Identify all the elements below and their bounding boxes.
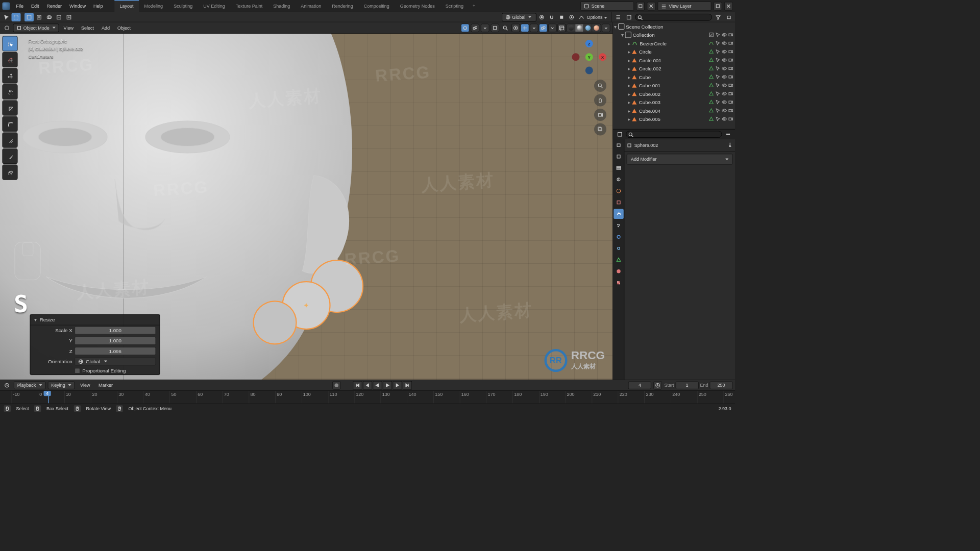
operator-redo-panel[interactable]: ▾ Resize Scale X 1.000 Y 1.000 Z 1.096 O… xyxy=(30,314,160,375)
eye-icon[interactable] xyxy=(722,83,727,88)
transform-orientation-dropdown[interactable]: Global xyxy=(502,13,536,21)
options-dropdown[interactable]: Options xyxy=(586,14,607,20)
prop-tab-material[interactable] xyxy=(614,266,624,277)
selectable-icon[interactable] xyxy=(715,58,721,63)
eye-icon[interactable] xyxy=(722,66,727,71)
tool-annotate[interactable] xyxy=(3,133,18,148)
prop-tab-texture[interactable] xyxy=(614,278,624,288)
properties-options[interactable] xyxy=(724,130,733,139)
pin-icon[interactable] xyxy=(727,142,733,147)
toggle-xray[interactable] xyxy=(557,23,566,32)
tool-select-box[interactable] xyxy=(3,36,18,52)
tree-row[interactable]: ▸Circle xyxy=(613,47,735,56)
prop-tab-scene[interactable] xyxy=(614,174,624,185)
prop-tab-render[interactable] xyxy=(614,140,624,151)
disclosure-icon[interactable]: ▾ xyxy=(613,23,619,29)
disclosure-icon[interactable]: ▸ xyxy=(627,49,632,55)
render-icon[interactable] xyxy=(728,91,734,97)
proportional-falloff-dropdown[interactable] xyxy=(577,13,586,21)
tab-animation[interactable]: Animation xyxy=(296,0,327,12)
field-scale-z[interactable]: 1.096 xyxy=(75,347,156,355)
tab-geometry-nodes[interactable]: Geometry Nodes xyxy=(395,0,440,12)
end-frame-field[interactable]: 250 xyxy=(710,381,733,389)
outliner-new-collection-button[interactable] xyxy=(724,13,733,21)
xray-toggle[interactable] xyxy=(491,23,500,32)
selectable-icon[interactable] xyxy=(715,108,721,114)
viewport-menu-object[interactable]: Object xyxy=(114,25,134,31)
eye-icon[interactable] xyxy=(722,91,727,97)
menu-file[interactable]: File xyxy=(12,1,28,11)
field-scale-y[interactable]: 1.000 xyxy=(75,337,156,345)
timeline-keying-menu[interactable]: Keying xyxy=(48,381,75,389)
select-invert-icon[interactable] xyxy=(35,13,44,21)
snap-target-dropdown[interactable] xyxy=(557,13,566,21)
zoom-button[interactable] xyxy=(594,80,606,92)
keyframe-prev-button[interactable] xyxy=(363,381,372,390)
perspective-toggle-button[interactable] xyxy=(594,123,606,136)
selectable-icon[interactable] xyxy=(715,83,721,88)
tool-move[interactable] xyxy=(3,68,18,84)
checkbox-proportional[interactable] xyxy=(75,368,80,373)
view-layer-selector[interactable]: View Layer xyxy=(658,2,712,11)
disclosure-icon[interactable]: ▸ xyxy=(627,108,632,113)
render-icon[interactable] xyxy=(728,66,734,71)
outliner-search-input[interactable] xyxy=(635,14,712,21)
eye-icon[interactable] xyxy=(722,49,727,55)
gizmo-axis-y[interactable]: Y xyxy=(585,53,593,61)
3d-viewport[interactable]: Front Orthographic (4) Collection | Sphe… xyxy=(0,34,612,380)
tree-row[interactable]: ▸Circle.001 xyxy=(613,56,735,65)
show-gizmo-toggle[interactable] xyxy=(461,23,470,32)
disclosure-icon[interactable]: ▸ xyxy=(627,57,632,63)
overlays-button[interactable] xyxy=(539,23,548,32)
gizmo-axis-z-neg[interactable] xyxy=(585,67,593,74)
camera-view-button[interactable] xyxy=(594,109,606,121)
eye-icon[interactable] xyxy=(722,41,727,46)
selectable-icon[interactable] xyxy=(715,99,721,105)
tab-rendering[interactable]: Rendering xyxy=(327,0,359,12)
tab-scripting[interactable]: Scripting xyxy=(440,0,469,12)
field-scale-x[interactable]: 1.000 xyxy=(75,327,156,335)
render-icon[interactable] xyxy=(728,58,734,63)
selectable-icon[interactable] xyxy=(715,66,721,71)
current-frame-field[interactable]: 4 xyxy=(628,381,651,389)
overlays-dropdown[interactable] xyxy=(548,23,557,32)
eye-icon[interactable] xyxy=(722,99,727,105)
selectable-icon[interactable] xyxy=(715,41,721,46)
blender-logo-icon[interactable] xyxy=(3,2,10,10)
tree-row[interactable]: ▸Cube.004 xyxy=(613,107,735,115)
tab-compositing[interactable]: Compositing xyxy=(358,0,395,12)
prop-tab-physics[interactable] xyxy=(614,232,624,242)
tool-scale[interactable] xyxy=(3,101,18,116)
add-workspace-button[interactable]: + xyxy=(469,0,479,12)
menu-render[interactable]: Render xyxy=(43,1,66,11)
properties-search-input[interactable] xyxy=(626,131,722,138)
jump-end-button[interactable] xyxy=(403,381,412,390)
tool-rotate[interactable] xyxy=(3,84,18,99)
tree-row[interactable]: ▸Circle.002 xyxy=(613,64,735,73)
tab-shading[interactable]: Shading xyxy=(268,0,296,12)
scene-selector[interactable]: Scene xyxy=(580,2,634,11)
render-icon[interactable] xyxy=(728,41,734,46)
prop-tab-output[interactable] xyxy=(614,152,624,162)
play-button[interactable] xyxy=(383,381,392,390)
selectable-icon[interactable] xyxy=(715,74,721,80)
tab-uv-editing[interactable]: UV Editing xyxy=(198,0,231,12)
select-box-icon[interactable] xyxy=(12,13,21,21)
tree-row[interactable]: ▸Cube xyxy=(613,73,735,82)
selectable-icon[interactable] xyxy=(715,32,721,38)
prop-tab-data[interactable] xyxy=(614,255,624,265)
tab-sculpting[interactable]: Sculpting xyxy=(168,0,198,12)
eye-icon[interactable] xyxy=(722,58,727,63)
eye-icon[interactable] xyxy=(722,108,727,114)
timeline-ruler[interactable]: -100102030405060708090100110120130140150… xyxy=(0,391,735,404)
timeline-editor-type[interactable] xyxy=(3,381,12,390)
proportional-edit-toggle[interactable] xyxy=(567,13,576,21)
select-extend-icon[interactable] xyxy=(64,13,74,21)
tool-measure[interactable] xyxy=(3,148,18,164)
snap-toggle[interactable] xyxy=(547,13,556,21)
tree-row[interactable]: ▾Scene Collection xyxy=(613,22,735,31)
editor-type-dropdown[interactable] xyxy=(3,23,12,32)
tree-row[interactable]: ▾Collection xyxy=(613,31,735,39)
render-icon[interactable] xyxy=(728,32,734,38)
gizmo-axis-z[interactable]: Z xyxy=(585,40,593,47)
